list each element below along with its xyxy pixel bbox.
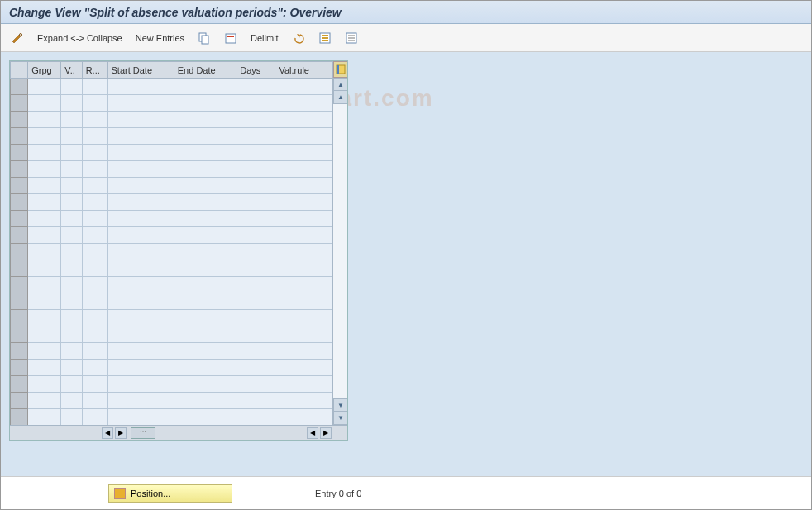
table-cell[interactable]: [28, 326, 61, 343]
row-selector-cell[interactable]: [11, 277, 28, 293]
table-cell[interactable]: [82, 393, 107, 409]
scroll-right-step-button[interactable]: ▶: [115, 427, 127, 439]
table-cell[interactable]: [61, 161, 82, 178]
table-cell[interactable]: [28, 227, 61, 244]
undo-change-button[interactable]: [289, 30, 308, 46]
table-cell[interactable]: [107, 128, 174, 145]
delimit-button[interactable]: Delimit: [247, 31, 282, 45]
table-cell[interactable]: [236, 310, 275, 326]
col-header-days[interactable]: Days: [236, 62, 275, 79]
table-cell[interactable]: [174, 79, 236, 95]
table-cell[interactable]: [61, 128, 82, 145]
table-cell[interactable]: [236, 393, 275, 409]
table-cell[interactable]: [107, 161, 174, 178]
row-selector-cell[interactable]: [11, 161, 28, 178]
row-selector-cell[interactable]: [11, 79, 28, 95]
table-cell[interactable]: [82, 409, 107, 426]
scroll-down-button[interactable]: ▼: [333, 412, 347, 425]
table-row[interactable]: [11, 360, 332, 376]
scroll-left-button[interactable]: ◀: [102, 427, 113, 439]
table-cell[interactable]: [107, 326, 174, 343]
scroll-down-fast-button[interactable]: ▼: [333, 398, 347, 412]
table-cell[interactable]: [82, 293, 107, 310]
table-cell[interactable]: [61, 277, 82, 293]
table-cell[interactable]: [174, 161, 236, 178]
table-cell[interactable]: [275, 376, 332, 393]
table-cell[interactable]: [82, 161, 107, 178]
table-cell[interactable]: [61, 145, 82, 161]
table-cell[interactable]: [28, 409, 61, 426]
table-cell[interactable]: [236, 409, 275, 426]
table-cell[interactable]: [236, 145, 275, 161]
table-cell[interactable]: [82, 194, 107, 211]
table-cell[interactable]: [61, 211, 82, 227]
table-settings-button[interactable]: [333, 61, 347, 78]
table-cell[interactable]: [107, 360, 174, 376]
table-cell[interactable]: [236, 227, 275, 244]
row-selector-cell[interactable]: [11, 360, 28, 376]
row-selector-cell[interactable]: [11, 393, 28, 409]
table-row[interactable]: [11, 293, 332, 310]
table-cell[interactable]: [174, 260, 236, 277]
table-cell[interactable]: [236, 376, 275, 393]
new-entries-button[interactable]: New Entries: [132, 31, 188, 45]
table-cell[interactable]: [82, 178, 107, 194]
row-selector-cell[interactable]: [11, 326, 28, 343]
scroll-up-fast-button[interactable]: ▲: [333, 91, 347, 104]
table-row[interactable]: [11, 260, 332, 277]
table-cell[interactable]: [61, 79, 82, 95]
table-cell[interactable]: [82, 79, 107, 95]
row-selector-cell[interactable]: [11, 211, 28, 227]
scroll-left-end-button[interactable]: ◀: [307, 427, 318, 439]
table-cell[interactable]: [28, 194, 61, 211]
table-cell[interactable]: [275, 343, 332, 360]
table-cell[interactable]: [174, 128, 236, 145]
table-cell[interactable]: [174, 360, 236, 376]
table-cell[interactable]: [275, 393, 332, 409]
col-header-grpg[interactable]: Grpg: [28, 62, 61, 79]
table-cell[interactable]: [107, 112, 174, 128]
row-selector-cell[interactable]: [11, 244, 28, 260]
table-cell[interactable]: [236, 178, 275, 194]
table-cell[interactable]: [236, 128, 275, 145]
table-cell[interactable]: [28, 161, 61, 178]
table-cell[interactable]: [275, 244, 332, 260]
row-selector-cell[interactable]: [11, 178, 28, 194]
table-cell[interactable]: [236, 326, 275, 343]
table-cell[interactable]: [107, 79, 174, 95]
table-cell[interactable]: [61, 393, 82, 409]
table-cell[interactable]: [107, 194, 174, 211]
table-cell[interactable]: [275, 194, 332, 211]
table-cell[interactable]: [275, 227, 332, 244]
row-selector-cell[interactable]: [11, 112, 28, 128]
col-header-v[interactable]: V..: [61, 62, 82, 79]
table-cell[interactable]: [61, 244, 82, 260]
table-cell[interactable]: [107, 393, 174, 409]
table-cell[interactable]: [28, 79, 61, 95]
table-cell[interactable]: [174, 244, 236, 260]
table-cell[interactable]: [61, 326, 82, 343]
table-cell[interactable]: [82, 145, 107, 161]
col-header-start-date[interactable]: Start Date: [107, 62, 174, 79]
table-cell[interactable]: [61, 227, 82, 244]
table-cell[interactable]: [82, 343, 107, 360]
table-cell[interactable]: [28, 376, 61, 393]
table-row[interactable]: [11, 161, 332, 178]
table-cell[interactable]: [61, 178, 82, 194]
table-cell[interactable]: [61, 112, 82, 128]
table-row[interactable]: [11, 194, 332, 211]
table-cell[interactable]: [275, 277, 332, 293]
table-cell[interactable]: [28, 178, 61, 194]
table-cell[interactable]: [107, 244, 174, 260]
table-cell[interactable]: [61, 376, 82, 393]
table-cell[interactable]: [174, 310, 236, 326]
table-cell[interactable]: [28, 343, 61, 360]
row-selector-cell[interactable]: [11, 293, 28, 310]
table-cell[interactable]: [107, 277, 174, 293]
table-cell[interactable]: [174, 95, 236, 112]
table-cell[interactable]: [107, 178, 174, 194]
row-selector-cell[interactable]: [11, 95, 28, 112]
table-cell[interactable]: [174, 326, 236, 343]
row-selector-cell[interactable]: [11, 128, 28, 145]
table-cell[interactable]: [174, 393, 236, 409]
